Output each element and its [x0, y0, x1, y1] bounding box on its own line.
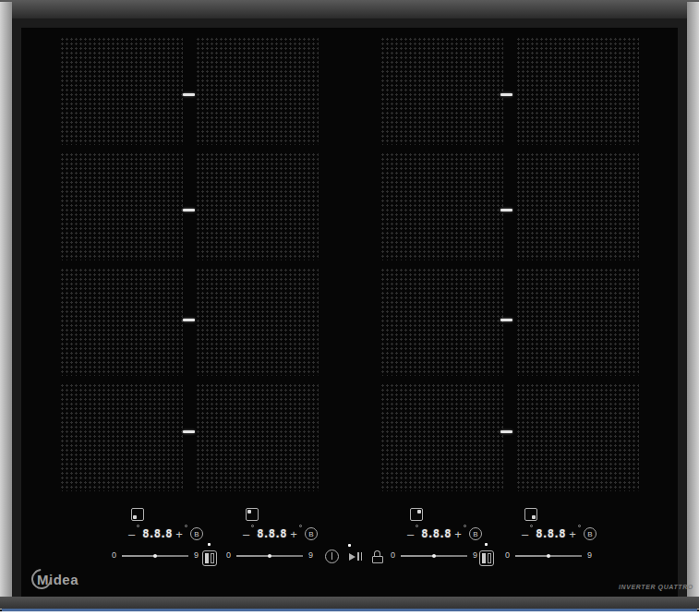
- induction-hob: – 8.8.8 + B 0 9 –: [0, 0, 699, 611]
- zone-center-marker: [183, 319, 195, 321]
- slider-max-label: 9: [587, 551, 592, 560]
- indicator-dot: [416, 525, 418, 527]
- zone-position-dot: [133, 515, 137, 519]
- zone-dot-pattern: [380, 383, 503, 491]
- zone-dot-pattern: [380, 268, 503, 376]
- boost-button[interactable]: B: [305, 527, 318, 540]
- power-level-display: 8.8.8: [536, 527, 564, 540]
- zone-row: [60, 152, 319, 260]
- midea-logo-icon: [28, 565, 56, 594]
- zone-center-marker: [500, 319, 512, 321]
- zone-dot-pattern: [196, 383, 319, 491]
- zone-row: [380, 268, 639, 376]
- zone-select-icon[interactable]: [246, 508, 259, 521]
- power-slider[interactable]: [236, 555, 303, 557]
- slider-max-label: 9: [473, 551, 477, 560]
- indicator-dot: [185, 525, 187, 527]
- zone-row: [380, 37, 639, 145]
- slider-thumb[interactable]: [547, 554, 550, 558]
- bridge-bar-left: [205, 553, 209, 563]
- power-level-display: 8.8.8: [142, 527, 171, 540]
- zone-row: [60, 268, 319, 376]
- zone-select-icon[interactable]: [410, 508, 423, 521]
- indicator-dot: [137, 525, 139, 527]
- power-increase-button[interactable]: +: [569, 528, 579, 540]
- indicator-dot: [464, 525, 466, 527]
- zone-dot-pattern: [60, 152, 183, 260]
- zone-position-dot: [247, 510, 251, 513]
- slider-min-label: 0: [391, 551, 395, 560]
- power-decrease-button[interactable]: –: [407, 528, 416, 540]
- zone-position-dot: [417, 510, 421, 513]
- lock-icon[interactable]: [372, 556, 383, 563]
- zone-dot-pattern: [516, 383, 639, 491]
- slider-thumb[interactable]: [432, 554, 436, 558]
- flex-bridge-button[interactable]: [479, 550, 494, 566]
- power-decrease-button[interactable]: –: [522, 528, 531, 540]
- slider-min-label: 0: [505, 551, 510, 560]
- power-slider[interactable]: [515, 555, 582, 557]
- boost-button[interactable]: B: [469, 527, 482, 540]
- zone-row: [60, 383, 319, 491]
- power-level-display: 8.8.8: [421, 527, 450, 540]
- zone-dot-pattern: [380, 37, 503, 145]
- product-photo: – 8.8.8 + B 0 9 –: [0, 0, 699, 616]
- zone-position-dot: [532, 515, 536, 519]
- brand-logo: Midea: [31, 569, 78, 589]
- boost-button[interactable]: B: [584, 527, 597, 540]
- zone-dot-pattern: [516, 37, 639, 145]
- flex-bridge-button[interactable]: [202, 550, 217, 566]
- power-increase-button[interactable]: +: [175, 528, 186, 540]
- zone-dot-pattern: [196, 37, 319, 145]
- power-decrease-button[interactable]: –: [243, 528, 252, 540]
- power-decrease-button[interactable]: –: [128, 528, 138, 540]
- slider-min-label: 0: [226, 551, 231, 560]
- zone-select-icon[interactable]: [131, 508, 144, 521]
- boost-button[interactable]: B: [190, 527, 203, 540]
- indicator-dot: [299, 525, 302, 527]
- slider-min-label: 0: [112, 551, 116, 560]
- indicator-dot: [578, 525, 581, 527]
- zone-center-marker: [183, 209, 195, 211]
- zone-select-icon[interactable]: [524, 508, 537, 521]
- zone-dot-pattern: [196, 152, 319, 260]
- zone-dot-pattern: [516, 268, 639, 376]
- zone-center-marker: [500, 209, 512, 211]
- zone-row: [60, 37, 319, 145]
- indicator-dot: [530, 525, 533, 527]
- power-slider[interactable]: [122, 555, 188, 557]
- power-slider[interactable]: [401, 555, 467, 557]
- slider-thumb[interactable]: [153, 554, 157, 558]
- bridge-bar-right: [211, 553, 214, 563]
- bridge-bar-left: [482, 553, 486, 563]
- power-level-display: 8.8.8: [257, 527, 285, 540]
- zone-row: [380, 383, 639, 491]
- zone-center-marker: [500, 430, 512, 433]
- frame-edge-right: [687, 2, 699, 610]
- zone-dot-pattern: [60, 268, 183, 376]
- bridge-bar-right: [488, 553, 491, 563]
- indicator-dot: [251, 525, 254, 527]
- bridge-indicator-led: [208, 543, 211, 546]
- play-pause-icon[interactable]: [349, 550, 362, 563]
- power-icon-stem: [331, 552, 333, 560]
- power-icon[interactable]: [325, 550, 339, 563]
- zone-dot-pattern: [60, 37, 183, 145]
- pause-bar: [357, 552, 359, 561]
- zone-dot-pattern: [60, 383, 183, 491]
- bridge-indicator-led: [485, 543, 488, 546]
- frame-edge-top: [0, 0, 699, 18]
- power-increase-button[interactable]: +: [290, 528, 300, 540]
- zone-control-front-right: – 8.8.8 + B 0 9: [503, 508, 616, 560]
- play-triangle: [349, 553, 356, 561]
- lock-shackle: [374, 550, 380, 557]
- pause-bar: [361, 552, 363, 561]
- zone-dot-pattern: [380, 152, 503, 260]
- zone-control-rear-left: – 8.8.8 + B 0 9: [224, 508, 337, 560]
- power-increase-button[interactable]: +: [454, 528, 464, 540]
- frame-edge-left: [0, 2, 12, 610]
- main-controls: [325, 550, 383, 563]
- slider-thumb[interactable]: [268, 554, 271, 558]
- slider-max-label: 9: [194, 551, 199, 560]
- zone-center-marker: [500, 93, 512, 96]
